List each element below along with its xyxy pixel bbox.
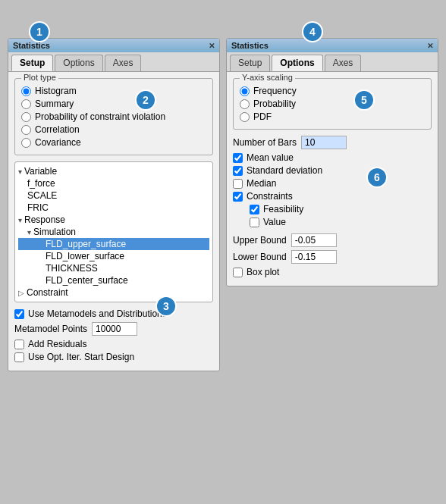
bounds-section: Upper Bound Lower Bound: [233, 233, 432, 264]
tree-scale[interactable]: SCALE: [18, 189, 209, 202]
left-panel-tabs: Setup Options Axes: [8, 52, 219, 72]
tree-constraint[interactable]: ▷ Constraint: [18, 286, 209, 299]
tree-thickness[interactable]: THICKNESS: [18, 262, 209, 274]
tree-arrow-constraint: ▷: [18, 289, 24, 297]
upper-bound-row: Upper Bound: [233, 233, 432, 247]
tree-response[interactable]: ▾ Response: [18, 214, 209, 226]
radio-pdf[interactable]: PDF: [240, 111, 425, 122]
radio-probability-constraint[interactable]: Probability of constraint violation: [21, 111, 206, 122]
feasibility-check[interactable]: Feasibility: [233, 204, 432, 214]
metamodel-points-input[interactable]: [92, 322, 137, 336]
left-panel-content: Plot type Histogram Summary Probability …: [8, 72, 219, 371]
left-panel-close[interactable]: ✕: [209, 42, 215, 50]
radio-correlation[interactable]: Correlation: [21, 124, 206, 135]
radio-covariance[interactable]: Covariance: [21, 137, 206, 148]
right-tab-setup[interactable]: Setup: [230, 55, 270, 71]
radio-frequency[interactable]: Frequency: [240, 86, 425, 96]
y-axis-label: Y-axis scaling: [240, 73, 295, 82]
tree-fric[interactable]: FRIC: [18, 202, 209, 214]
median-check[interactable]: Median: [233, 178, 432, 189]
box-plot-check[interactable]: Box plot: [233, 267, 432, 277]
radio-probability[interactable]: Probability: [240, 99, 425, 109]
mean-value-check[interactable]: Mean value: [233, 152, 432, 163]
right-panel: Statistics ✕ Setup Options Axes Y-axis s…: [226, 38, 438, 286]
left-panel-titlebar: Statistics ✕: [8, 39, 219, 52]
radio-histogram[interactable]: Histogram: [21, 86, 206, 96]
right-tab-axes[interactable]: Axes: [325, 55, 362, 71]
tree-arrow-variable: ▾: [18, 167, 22, 176]
y-axis-group: Y-axis scaling Frequency Probability PDF: [233, 78, 432, 130]
value-check[interactable]: Value: [233, 217, 432, 227]
tree-fld-lower[interactable]: FLD_lower_surface: [18, 250, 209, 262]
plot-type-label: Plot type: [21, 73, 58, 82]
lower-bound-row: Lower Bound: [233, 250, 432, 264]
num-bars-row: Number of Bars: [233, 136, 432, 149]
metamodel-points-row: Metamodel Points: [14, 322, 213, 336]
right-panel-tabs: Setup Options Axes: [227, 52, 438, 72]
right-panel-content: Y-axis scaling Frequency Probability PDF: [227, 72, 438, 286]
upper-bound-input[interactable]: [291, 233, 337, 247]
use-opt-check[interactable]: Use Opt. Iter. Start Design: [14, 352, 213, 362]
right-panel-close[interactable]: ✕: [427, 42, 433, 50]
tree-arrow-simulation: ▾: [27, 228, 31, 236]
tree-simulation[interactable]: ▾ Simulation: [18, 226, 209, 238]
constraints-check[interactable]: Constraints: [233, 191, 432, 202]
right-panel-titlebar: Statistics ✕: [227, 39, 438, 52]
right-panel-title: Statistics: [231, 41, 269, 50]
left-tab-setup[interactable]: Setup: [11, 55, 53, 71]
tree-arrow-response: ▾: [18, 216, 22, 224]
tree-fld-upper[interactable]: FLD_upper_surface: [18, 238, 209, 250]
add-residuals-check[interactable]: Add Residuals: [14, 339, 213, 349]
left-panel: Statistics ✕ Setup Options Axes Plot typ…: [8, 38, 220, 371]
radio-summary[interactable]: Summary: [21, 99, 206, 109]
metamodel-check[interactable]: Use Metamodels and Distributions: [14, 308, 213, 319]
plot-type-group: Plot type Histogram Summary Probability …: [14, 78, 213, 155]
left-panel-title: Statistics: [13, 41, 50, 50]
left-tab-options[interactable]: Options: [55, 55, 102, 71]
std-dev-check[interactable]: Standard deviation: [233, 165, 432, 176]
num-bars-input[interactable]: [301, 136, 347, 149]
left-tab-axes[interactable]: Axes: [105, 55, 142, 71]
tree-fld-center[interactable]: FLD_center_surface: [18, 274, 209, 286]
variable-tree: ▾ Variable f_force SCALE FRIC ▾ Response: [14, 161, 213, 302]
tree-f-force[interactable]: f_force: [18, 177, 209, 189]
right-tab-options[interactable]: Options: [272, 55, 322, 71]
lower-bound-input[interactable]: [291, 250, 337, 264]
tree-variable[interactable]: ▾ Variable: [18, 165, 209, 177]
